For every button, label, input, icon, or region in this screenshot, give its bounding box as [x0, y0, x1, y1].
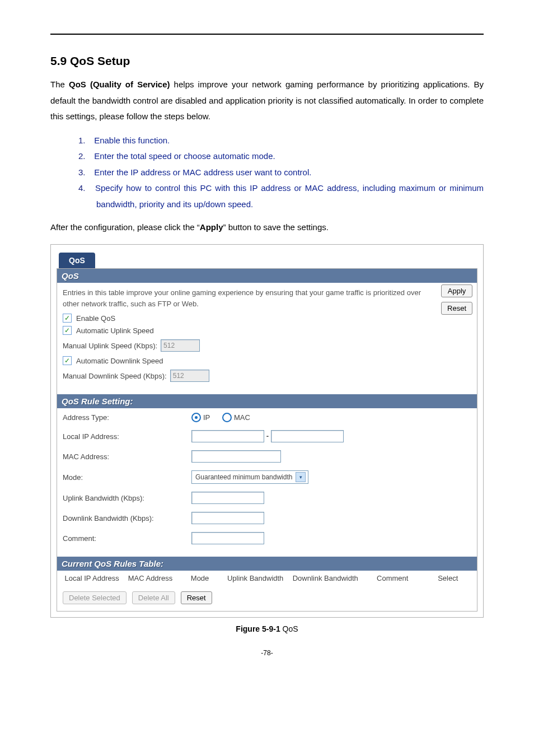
label-uplink-bw: Uplink Bandwidth (Kbps): [63, 494, 191, 502]
top-rule [50, 34, 484, 35]
input-local-ip-to[interactable] [271, 430, 344, 442]
step-number: 4. [78, 180, 92, 197]
th-comment: Comment [360, 574, 425, 582]
label-auto-uplink: Automatic Uplink Speed [76, 326, 154, 335]
rules-table-header: Local IP Address MAC Address Mode Uplink… [57, 571, 477, 588]
label-radio-mac: MAC [234, 413, 250, 422]
th-mode: Mode [180, 574, 221, 582]
page-number: -78- [50, 649, 484, 657]
input-uplink-bw[interactable] [191, 492, 264, 504]
label-local-ip: Local IP Address: [63, 432, 191, 441]
section-heading: 5.9 QoS Setup [50, 54, 484, 68]
label-enable-qos: Enable QoS [76, 314, 115, 323]
tab-qos[interactable]: QoS [59, 253, 95, 268]
section-bar-rule-setting: QoS Rule Setting: [57, 394, 477, 408]
after-config-text: After the configuration, please click th… [50, 222, 484, 232]
label-downlink-bw: Downlink Bandwidth (Kbps): [63, 514, 191, 522]
qos-intro-text: Entries in this table improve your onlin… [63, 287, 471, 309]
reset-button[interactable]: Reset [441, 302, 472, 315]
radio-mac[interactable] [222, 413, 232, 422]
th-mac: MAC Address [121, 574, 179, 582]
input-downlink-bw[interactable] [191, 512, 264, 524]
label-manual-downlink: Manual Downlink Speed (Kbps): [63, 372, 167, 380]
th-uplink: Uplink Bandwidth [221, 574, 291, 582]
input-manual-downlink[interactable] [170, 370, 209, 382]
label-address-type: Address Type: [63, 413, 191, 422]
qos-screenshot: QoS Apply Reset QoS Entries in this tabl… [50, 244, 484, 618]
checkbox-auto-downlink[interactable]: ✓ [63, 356, 72, 365]
label-auto-downlink: Automatic Downlink Speed [76, 357, 163, 365]
step-number: 1. [78, 133, 92, 149]
step-number: 2. [78, 148, 92, 165]
input-manual-uplink[interactable] [161, 339, 200, 352]
step-text: Enter the IP address or MAC address user… [92, 167, 311, 177]
step-number: 3. [78, 165, 92, 181]
ip-range-separator: - [266, 432, 269, 440]
input-comment[interactable] [191, 532, 264, 544]
figure-caption: Figure 5-9-1 QoS [50, 624, 484, 633]
intro-paragraph: The QoS (Quality of Service) helps impro… [50, 77, 484, 125]
select-mode-value: Guaranteed minimum bandwidth [195, 473, 292, 481]
step-item: 1. Enable this function. [78, 133, 484, 149]
checkbox-auto-uplink[interactable]: ✓ [63, 326, 72, 335]
select-mode[interactable]: Guaranteed minimum bandwidth ▾ [191, 470, 308, 484]
step-item: 3. Enter the IP address or MAC address u… [78, 165, 484, 181]
label-manual-uplink: Manual Uplink Speed (Kbps): [63, 342, 157, 350]
label-mac-address: MAC Address: [63, 452, 191, 461]
input-mac-address[interactable] [191, 450, 281, 463]
delete-all-button[interactable]: Delete All [132, 591, 175, 604]
th-select: Select [425, 574, 471, 582]
apply-button[interactable]: Apply [441, 284, 472, 297]
step-item: 2. Enter the total speed or choose autom… [78, 148, 484, 165]
step-item: 4. Specify how to control this PC with t… [78, 180, 484, 212]
th-local-ip: Local IP Address [63, 574, 121, 582]
th-downlink: Downlink Bandwidth [291, 574, 360, 582]
input-local-ip-from[interactable] [191, 430, 264, 442]
section-bar-rules-table: Current QoS Rules Table: [57, 557, 477, 571]
delete-selected-button[interactable]: Delete Selected [63, 591, 127, 604]
step-list: 1. Enable this function.2. Enter the tot… [50, 133, 484, 213]
checkbox-enable-qos[interactable]: ✓ [63, 314, 72, 323]
label-comment: Comment: [63, 534, 191, 543]
radio-ip[interactable] [191, 413, 201, 422]
step-text: Enter the total speed or choose automati… [92, 151, 275, 161]
label-mode: Mode: [63, 473, 191, 482]
step-text: Enable this function. [92, 136, 170, 145]
step-text: Specify how to control this PC with this… [92, 183, 484, 209]
section-bar-qos: QoS [57, 269, 477, 283]
chevron-down-icon: ▾ [296, 472, 306, 482]
label-radio-ip: IP [203, 413, 210, 422]
reset-button-2[interactable]: Reset [181, 591, 212, 604]
